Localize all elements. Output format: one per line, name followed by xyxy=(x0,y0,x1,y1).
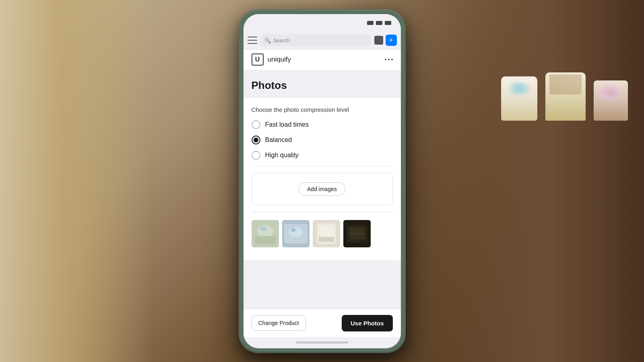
menu-line-3 xyxy=(248,43,257,44)
dot-1 xyxy=(385,59,386,60)
search-bar[interactable]: 🔍 Search xyxy=(260,34,371,46)
wifi-icon xyxy=(376,21,382,25)
add-images-button[interactable]: Add images xyxy=(299,182,345,196)
menu-icon[interactable] xyxy=(248,37,257,44)
svg-point-10 xyxy=(318,226,334,239)
radio-circle-fast[interactable] xyxy=(252,120,260,129)
soap-blocks-area xyxy=(501,72,628,121)
app-header: U uniquify xyxy=(244,49,401,70)
thumb-shape-1 xyxy=(252,220,279,247)
radio-label-fast: Fast load times xyxy=(265,121,309,128)
app-name: uniquify xyxy=(268,56,291,64)
menu-line-2 xyxy=(248,40,257,41)
compression-label: Choose the photo compression level xyxy=(252,106,393,113)
dot-2 xyxy=(388,59,390,60)
thumbnail-1[interactable] xyxy=(252,220,279,247)
search-icon: 🔍 xyxy=(264,37,271,43)
page-title-section: Photos xyxy=(244,70,401,98)
thumbnail-2[interactable] xyxy=(282,220,310,247)
radio-high-quality[interactable]: High quality xyxy=(252,151,393,160)
radio-fast-load[interactable]: Fast load times xyxy=(252,120,393,129)
phone-wrapper: 🔍 Search + U xyxy=(239,9,406,353)
image-upload-area[interactable]: Add images xyxy=(252,173,393,205)
search-placeholder: Search xyxy=(273,37,290,43)
use-photos-button[interactable]: Use Photos xyxy=(342,315,393,331)
bottom-action-bar: Change Product Use Photos xyxy=(244,309,401,337)
thumb-svg-2 xyxy=(282,220,310,247)
tab-icon[interactable] xyxy=(374,36,383,45)
more-menu-button[interactable] xyxy=(385,59,393,60)
thumbnail-4[interactable] xyxy=(343,220,371,247)
main-scroll-area[interactable]: Photos Choose the photo compression leve… xyxy=(244,70,401,309)
browser-actions: + xyxy=(374,35,397,46)
menu-line-1 xyxy=(248,37,257,37)
svg-rect-11 xyxy=(319,237,334,242)
svg-point-7 xyxy=(291,228,296,232)
bg-left xyxy=(0,0,153,362)
battery-icon xyxy=(385,21,391,25)
status-icons xyxy=(367,21,391,25)
soap-block-3 xyxy=(594,80,628,121)
scene: 🔍 Search + U xyxy=(0,0,644,362)
app-content: U uniquify P xyxy=(244,49,401,348)
svg-rect-2 xyxy=(255,236,276,244)
thumb-svg-3 xyxy=(313,220,340,247)
change-product-button[interactable]: Change Product xyxy=(252,315,306,331)
content-section: Choose the photo compression level Fast … xyxy=(244,98,401,260)
new-tab-button[interactable]: + xyxy=(386,35,397,46)
app-logo-icon: U xyxy=(252,53,264,66)
home-bar xyxy=(296,341,348,343)
thumb-shape-3 xyxy=(313,220,340,247)
status-bar xyxy=(244,14,401,32)
thumb-svg-1 xyxy=(252,220,279,247)
phone-inner: 🔍 Search + U xyxy=(244,14,401,348)
radio-inner-balanced xyxy=(254,138,258,142)
thumbnail-3[interactable] xyxy=(313,220,340,247)
thumb-svg-4 xyxy=(343,220,371,247)
radio-label-high: High quality xyxy=(265,152,299,159)
svg-point-6 xyxy=(289,227,303,237)
soap-block-1 xyxy=(501,76,537,121)
radio-circle-balanced[interactable] xyxy=(252,136,260,144)
page-title: Photos xyxy=(252,79,393,92)
home-indicator xyxy=(244,337,401,348)
divider-2 xyxy=(252,212,393,212)
thumbnails-row xyxy=(252,218,393,252)
signal-icon xyxy=(367,21,374,25)
phone-outer: 🔍 Search + U xyxy=(239,9,406,353)
thumb-shape-4 xyxy=(343,220,371,247)
divider-1 xyxy=(252,166,393,167)
radio-balanced[interactable]: Balanced xyxy=(252,136,393,144)
radio-label-balanced: Balanced xyxy=(265,136,292,144)
soap-block-2 xyxy=(545,72,586,121)
browser-bar: 🔍 Search + xyxy=(244,32,401,49)
radio-circle-high[interactable] xyxy=(252,151,260,160)
svg-point-3 xyxy=(260,226,267,231)
app-logo-area: U uniquify xyxy=(252,53,291,66)
dot-3 xyxy=(391,59,393,60)
thumb-shape-2 xyxy=(282,220,310,247)
